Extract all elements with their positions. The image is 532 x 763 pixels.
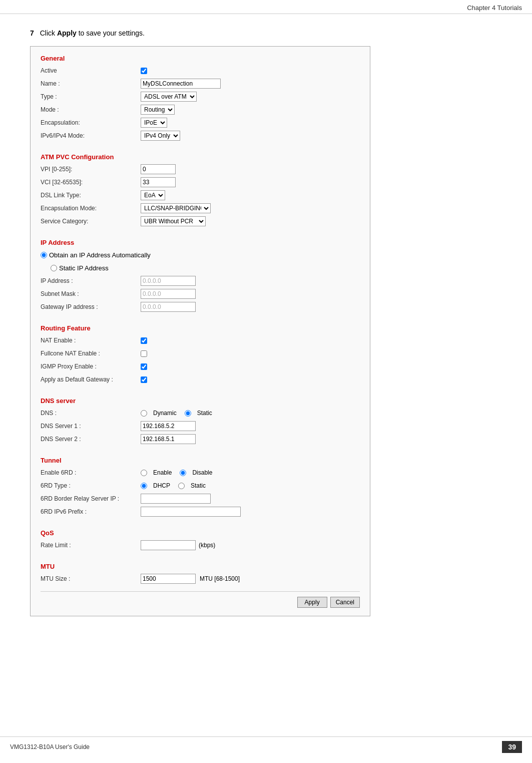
vpi-input[interactable] <box>141 164 176 174</box>
6rd-disable-radio[interactable] <box>180 470 186 476</box>
ipv6-prefix-input[interactable] <box>141 507 241 517</box>
dns-static-label: Static <box>197 410 212 417</box>
step-number: 7 <box>30 29 34 37</box>
atm-section-title: ATM PVC Configuration <box>41 153 360 161</box>
6rd-static-radio[interactable] <box>178 483 185 489</box>
dns-static-radio[interactable] <box>185 410 191 417</box>
6rd-type-row: 6RD Type : DHCP Static <box>41 480 360 491</box>
nat-row: NAT Enable : <box>41 335 360 346</box>
ipv6-mode-select[interactable]: IPv4 Only <box>141 131 180 141</box>
tunnel-section-title: Tunnel <box>41 457 360 464</box>
6rd-enable-label: Enable <box>153 469 172 476</box>
type-select[interactable]: ADSL over ATM <box>141 92 197 102</box>
form-container: General Active Name : Type : ADSL over A… <box>30 46 370 616</box>
obtain-auto-radio[interactable] <box>41 252 47 258</box>
border-relay-input[interactable] <box>141 494 211 504</box>
service-cat-label: Service Category: <box>41 218 141 225</box>
6rd-type-label: 6RD Type : <box>41 482 141 489</box>
dsl-link-row: DSL Link Type: EoA <box>41 190 360 201</box>
general-section-title: General <box>41 55 360 62</box>
rate-limit-input[interactable] <box>141 540 196 550</box>
footer-left: VMG1312-B10A User's Guide <box>10 743 90 750</box>
static-ip-row: Static IP Address <box>41 262 360 273</box>
name-input[interactable] <box>141 79 221 89</box>
page-number: 39 <box>502 741 522 753</box>
vci-row: VCI [32-65535]: <box>41 177 360 188</box>
ip-section-title: IP Address <box>41 239 360 246</box>
encap-mode-select[interactable]: LLC/SNAP-BRIDGING <box>141 203 211 213</box>
name-row: Name : <box>41 78 360 89</box>
border-relay-label: 6RD Border Relay Server IP : <box>41 495 141 502</box>
step-text-prefix: Click <box>40 29 57 37</box>
apply-button[interactable]: Apply <box>297 597 327 608</box>
default-gateway-label: Apply as Default Gateway : <box>41 376 141 383</box>
page-header: Chapter 4 Tutorials <box>0 0 532 14</box>
encapsulation-select[interactable]: IPoE <box>141 118 167 128</box>
6rd-dhcp-label: DHCP <box>153 482 170 489</box>
step-instruction: 7 Click Apply to save your settings. <box>30 29 502 37</box>
ipv6-prefix-row: 6RD IPv6 Prefix : <box>41 506 360 517</box>
igmp-label: IGMP Proxy Enable : <box>41 363 141 370</box>
mtu-size-label: MTU Size : <box>41 575 141 582</box>
dns2-input[interactable] <box>141 434 196 444</box>
static-ip-radio[interactable] <box>51 265 57 271</box>
igmp-checkbox[interactable] <box>141 363 147 370</box>
6rd-dhcp-radio[interactable] <box>141 483 147 489</box>
vpi-label: VPI [0-255]: <box>41 166 141 173</box>
dsl-link-select[interactable]: EoA <box>141 190 165 200</box>
nat-checkbox[interactable] <box>141 337 147 344</box>
page-content: 7 Click Apply to save your settings. Gen… <box>0 14 532 646</box>
default-gateway-row: Apply as Default Gateway : <box>41 374 360 385</box>
rate-limit-row: Rate Limit : (kbps) <box>41 540 360 551</box>
dns1-label: DNS Server 1 : <box>41 423 141 430</box>
dns1-input[interactable] <box>141 421 196 431</box>
enable6rd-radio-group: Enable Disable <box>141 469 215 476</box>
subnet-mask-row: Subnet Mask : <box>41 288 360 299</box>
rate-limit-label: Rate Limit : <box>41 542 141 549</box>
encap-mode-row: Encapsulation Mode: LLC/SNAP-BRIDGING <box>41 203 360 214</box>
ipv6-mode-label: IPv6/IPv4 Mode: <box>41 132 141 139</box>
active-row: Active <box>41 65 360 76</box>
dns-dynamic-radio[interactable] <box>141 410 147 417</box>
mode-select[interactable]: Routing <box>141 105 175 115</box>
qos-section-title: QoS <box>41 529 360 537</box>
gateway-input[interactable] <box>141 302 196 312</box>
fullcone-checkbox[interactable] <box>141 350 147 357</box>
dns1-row: DNS Server 1 : <box>41 421 360 432</box>
chapter-title: Chapter 4 Tutorials <box>467 4 522 12</box>
igmp-row: IGMP Proxy Enable : <box>41 361 360 372</box>
ip-address-input[interactable] <box>141 276 196 286</box>
mode-label: Mode : <box>41 106 141 113</box>
active-checkbox[interactable] <box>141 68 147 74</box>
service-cat-select[interactable]: UBR Without PCR <box>141 216 206 226</box>
dns2-label: DNS Server 2 : <box>41 436 141 443</box>
encapsulation-row: Encapsulation: IPoE <box>41 117 360 128</box>
type-row: Type : ADSL over ATM <box>41 91 360 102</box>
6rd-type-radio-group: DHCP Static <box>141 482 209 489</box>
6rd-disable-label: Disable <box>192 469 212 476</box>
encap-mode-label: Encapsulation Mode: <box>41 205 141 212</box>
buttons-row: Apply Cancel <box>41 591 360 608</box>
mode-row: Mode : Routing <box>41 104 360 115</box>
obtain-auto-row: Obtain an IP Address Automatically <box>41 249 360 260</box>
dsl-link-label: DSL Link Type: <box>41 192 141 199</box>
ipv6-mode-row: IPv6/IPv4 Mode: IPv4 Only <box>41 130 360 141</box>
subnet-mask-input[interactable] <box>141 289 196 299</box>
enable6rd-row: Enable 6RD : Enable Disable <box>41 467 360 478</box>
mtu-size-row: MTU Size : MTU [68-1500] <box>41 573 360 584</box>
mtu-size-input[interactable] <box>141 574 196 584</box>
border-relay-row: 6RD Border Relay Server IP : <box>41 493 360 504</box>
step-bold: Apply <box>57 29 77 37</box>
dns-section-title: DNS server <box>41 397 360 405</box>
mtu-section-title: MTU <box>41 563 360 570</box>
vpi-row: VPI [0-255]: <box>41 164 360 175</box>
6rd-enable-radio[interactable] <box>141 470 147 476</box>
cancel-button[interactable]: Cancel <box>330 597 360 608</box>
default-gateway-checkbox[interactable] <box>141 376 147 383</box>
ip-address-label: IP Address : <box>41 277 141 284</box>
step-text-rest: to save your settings. <box>77 29 145 37</box>
vci-input[interactable] <box>141 177 176 187</box>
mtu-range: MTU [68-1500] <box>200 575 240 582</box>
rate-unit: (kbps) <box>199 542 215 549</box>
gateway-row: Gateway IP address : <box>41 301 360 312</box>
